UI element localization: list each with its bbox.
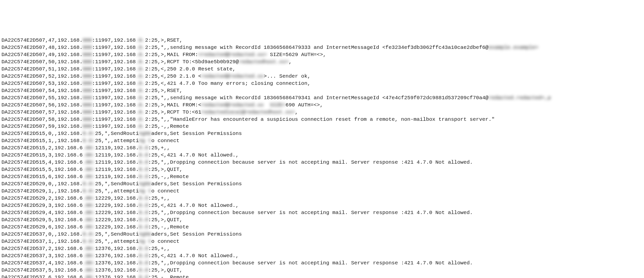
log-segment: o connect <box>151 138 179 144</box>
log-segment: DA22C574E2D529,5,192.168.6 <box>2 217 83 223</box>
log-segment: :25,-,,Remote <box>148 274 189 278</box>
redacted-segment: 0.0: <box>83 238 95 244</box>
log-line: DA22C574E2D507,58,192.168.000:11997,192.… <box>2 116 642 123</box>
log-segment: aders,Set Session Permissions <box>151 131 242 136</box>
log-segment: :25,*,,Dropping connection because serve… <box>148 210 473 215</box>
log-segment: :25,+,, <box>148 145 170 151</box>
log-segment: :25,-,,Remote <box>148 174 189 180</box>
redacted-segment: 0.0 <box>139 253 148 259</box>
log-segment: 12229,192.168. <box>95 203 139 208</box>
log-segment: 25,*,SendRouti <box>95 181 139 187</box>
redacted-segment: redactedhost.xx> <box>239 59 289 65</box>
log-segment: 2:25,>,RCPT TO:<5bd9ae5b0b929@ <box>145 59 239 65</box>
log-segment: DA22C574E2D515,1,,192.168. <box>2 138 83 144</box>
log-segment: 12229,192.168. <box>95 224 139 230</box>
log-segment: 2:25,*,,"HandleError has encountered a s… <box>145 117 495 122</box>
smtp-transport-log: DA22C574E2D507,47,192.168.000:11997,192.… <box>0 36 644 278</box>
log-segment: :25,*,,Dropping connection because serve… <box>148 159 473 165</box>
redacted-segment: .00: <box>83 246 95 251</box>
log-segment: 12119,192.168. <box>95 145 139 151</box>
log-segment: 12229,192.168. <box>95 217 139 223</box>
log-line: DA22C574E2D515,0,,192.168.0.0:25,*,SendR… <box>2 130 642 137</box>
redacted-segment: 000 <box>83 95 92 101</box>
log-segment: :11997,192.168 <box>92 124 136 129</box>
log-segment: 12376,192.168. <box>95 253 139 259</box>
redacted-segment: 000 <box>83 73 92 79</box>
log-line: DA22C574E2D515,6,192.168.6.00:12119,192.… <box>2 173 642 181</box>
redacted-segment: .0. <box>136 45 145 50</box>
log-segment: o connect <box>151 188 179 194</box>
log-line: DA22C574E2D507,56,192.168.000:11997,192.… <box>2 102 642 109</box>
log-segment: SIZE=5629 AUTH=<>, <box>267 52 326 58</box>
redacted-segment: 000 <box>83 45 92 50</box>
log-segment: DA22C574E2D537,6,192.168.6 <box>2 274 83 278</box>
log-segment: DA22C574E2D507,53,192.168. <box>2 81 83 86</box>
redacted-segment: 0.0 <box>139 203 148 208</box>
log-segment: DA22C574E2D507,56,192.168. <box>2 102 83 108</box>
log-segment: :11997,192.168 <box>92 117 136 122</box>
redacted-segment: 0.0 <box>139 224 148 230</box>
redacted-segment: ngHe <box>139 131 151 136</box>
log-segment: :11997,192.168 <box>92 73 136 79</box>
log-segment: aders,Set Session Permissions <box>151 231 242 237</box>
log-line: DA22C574E2D537,2,192.168.6.00:12376,192.… <box>2 245 642 252</box>
redacted-segment: 0.0 <box>139 246 148 251</box>
redacted-segment: .0. <box>136 102 145 108</box>
log-segment: 12119,192.168. <box>95 159 139 165</box>
redacted-segment: redactedlocal@redactedhost.xx> <box>201 109 295 115</box>
redacted-segment: 0.0: <box>83 231 95 237</box>
log-segment: :25,<,421 4.7.0 Not allowed., <box>148 203 238 208</box>
log-segment: :11997,192.168 <box>92 52 136 58</box>
redacted-segment: example.example> <box>488 45 538 50</box>
log-segment: 12229,192.168. <box>95 210 139 215</box>
log-segment: :11997,192.168 <box>92 95 136 101</box>
redacted-segment: 0.0 <box>139 217 148 223</box>
redacted-segment: 0.0 <box>139 267 148 273</box>
log-line: DA22C574E2D515,2,192.168.6.00:12119,192.… <box>2 145 642 152</box>
redacted-segment: .00: <box>83 210 95 215</box>
log-segment: DA22C574E2D515,4,192.168.6 <box>2 159 83 165</box>
redacted-segment: .0. <box>136 88 145 94</box>
log-segment: DA22C574E2D507,51,192.168. <box>2 66 83 72</box>
log-line: DA22C574E2D529,3,192.168.6.00:12229,192.… <box>2 202 642 209</box>
redacted-segment: .00: <box>83 195 95 201</box>
log-segment: 25,*,SendRouti <box>95 131 139 136</box>
redacted-segment: 0.0 <box>139 274 148 278</box>
redacted-segment: 000 <box>83 81 92 86</box>
log-line: DA22C574E2D515,5,192.168.6.00:12119,192.… <box>2 166 642 173</box>
log-segment: DA22C574E2D515,0,,192.168. <box>2 131 83 136</box>
log-segment: DA22C574E2D537,5,192.168.6 <box>2 267 83 273</box>
log-segment: :25,<,421 4.7.0 Not allowed., <box>148 152 238 158</box>
log-line: DA22C574E2D507,54,192.168.000:11997,192.… <box>2 87 642 95</box>
log-line: DA22C574E2D507,48,192.168.000:11997,192.… <box>2 44 642 51</box>
redacted-segment: .00: <box>83 253 95 259</box>
log-segment: DA22C574E2D537,4,192.168.6 <box>2 260 83 266</box>
redacted-segment: 0.0 <box>139 210 148 215</box>
log-segment: :25,>,QUIT, <box>148 167 182 172</box>
log-segment: 2:25,>,MAIL FROM:< <box>145 102 201 108</box>
redacted-segment: .00: <box>83 174 95 180</box>
redacted-segment: .00: <box>83 159 95 165</box>
redacted-segment: .00: <box>83 167 95 172</box>
redacted-segment: .0. <box>136 117 145 122</box>
log-segment: , <box>288 59 292 65</box>
redacted-segment: 0.0 <box>139 145 148 151</box>
redacted-segment: 000 <box>83 38 92 43</box>
log-line: DA22C574E2D529,4,192.168.6.00:12229,192.… <box>2 209 642 216</box>
log-segment: 2:25,*,,sending message with RecordId 18… <box>145 95 488 101</box>
redacted-segment: 000 <box>83 102 92 108</box>
log-segment: 12229,192.168. <box>95 195 139 201</box>
log-segment: DA22C574E2D529,0,,192.168. <box>2 181 83 187</box>
log-segment: :11997,192.168 <box>92 45 136 50</box>
log-segment: 25,*,,attempti <box>95 188 139 194</box>
log-segment: :25,<,421 4.7.0 Not allowed., <box>148 253 238 259</box>
log-line: DA22C574E2D507,57,192.168.000:11997,192.… <box>2 109 642 116</box>
redacted-segment: 0.0 <box>139 159 148 165</box>
log-line: DA22C574E2D507,52,192.168.000:11997,192.… <box>2 73 642 80</box>
redacted-segment: 0.0 <box>139 260 148 266</box>
log-segment: DA22C574E2D507,57,192.168. <box>2 109 83 115</box>
log-segment: :25,*,,Dropping connection because serve… <box>148 260 473 266</box>
log-segment: :25,>,QUIT, <box>148 217 182 223</box>
redacted-segment: .0. <box>136 109 145 115</box>
log-segment: 2:25,<,421 4.7.0 Too many errors; closin… <box>145 81 310 86</box>
